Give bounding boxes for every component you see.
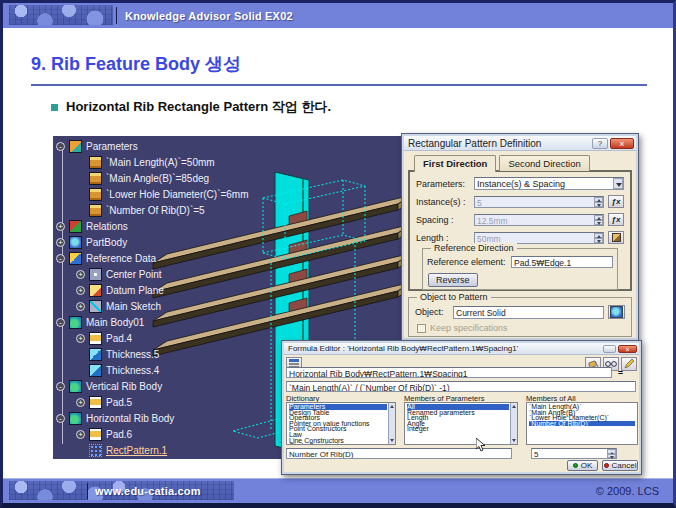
members-of-all-list[interactable]: `Main Length(A)``Main Angle(B)``Lower Ho…	[526, 402, 638, 445]
parameters-dropdown[interactable]: Instance(s) & Spacing	[474, 177, 624, 190]
tree-item-label[interactable]: `Lower Hole Diameter(C)`=6mm	[106, 189, 249, 200]
tree-item[interactable]: +Main Sketch	[53, 298, 283, 314]
dialog-titlebar[interactable]: Formula Editor : 'Horizontal Rib Body₩Re…	[284, 343, 639, 355]
tree-item-label[interactable]: Pad.6	[106, 429, 132, 440]
tree-item[interactable]: -Reference Data	[53, 250, 283, 266]
parameters-value[interactable]: Instance(s) & Spacing	[474, 177, 624, 190]
tree-item[interactable]: -Horizontal Rib Body	[53, 410, 283, 426]
minus-toggle-icon[interactable]: -	[56, 414, 65, 423]
tree-item-label[interactable]: `Main Length(A)`=50mm	[106, 157, 215, 168]
tree-item-label[interactable]: Vertical Rib Body	[86, 381, 162, 392]
tree-item[interactable]: `Main Angle(B)`=85deg	[53, 170, 283, 186]
reference-data-icon	[69, 252, 82, 265]
footer-site-link[interactable]: www.edu-catia.com	[95, 479, 201, 503]
tab-first-direction[interactable]: First Direction	[414, 155, 496, 172]
plus-toggle-icon[interactable]: +	[76, 398, 85, 407]
value-spinner[interactable]	[607, 449, 616, 458]
tree-item[interactable]: +Pad.5	[53, 394, 283, 410]
formula-fx-button[interactable]: ƒx	[608, 213, 624, 226]
length-field[interactable]: 50mm	[474, 232, 604, 244]
cancel-button[interactable]: Cancel	[602, 460, 638, 471]
close-button[interactable]: ×	[610, 138, 634, 149]
tree-item[interactable]: +Datum Plane	[53, 282, 283, 298]
plus-toggle-icon[interactable]: +	[56, 238, 65, 247]
formula-fx-button[interactable]: ƒx	[608, 195, 624, 208]
edit-button[interactable]	[621, 357, 637, 371]
tree-item-label[interactable]: Thickness.4	[106, 365, 159, 376]
list-item[interactable]: Circle Constructors	[289, 443, 387, 445]
tree-item[interactable]: +Center Point	[53, 266, 283, 282]
instances-value[interactable]: 5	[474, 196, 604, 208]
tree-item-label[interactable]: Thickness.5	[106, 349, 159, 360]
members-of-parameters-list[interactable]: AllRenamed parametersLengthAngleInteger	[404, 402, 518, 445]
minus-toggle-icon[interactable]: -	[56, 142, 65, 151]
tree-item[interactable]: +Pad.6	[53, 426, 283, 442]
tree-item[interactable]: Thickness.5	[53, 346, 283, 362]
minus-toggle-icon[interactable]: -	[56, 254, 65, 263]
toggle-spacer	[76, 158, 85, 167]
tree-item-label[interactable]: Horizontal Rib Body	[86, 413, 174, 424]
plus-toggle-icon[interactable]: +	[76, 430, 85, 439]
tree-item[interactable]: +Relations	[53, 218, 283, 234]
tree-item[interactable]: -Vertical Rib Body	[53, 378, 283, 394]
tree-item-label[interactable]: `Main Angle(B)`=85deg	[106, 173, 209, 184]
tab-second-direction[interactable]: Second Direction	[499, 155, 589, 171]
instances-spinner[interactable]	[594, 197, 603, 207]
plus-toggle-icon[interactable]: +	[76, 286, 85, 295]
plus-toggle-icon[interactable]: +	[76, 302, 85, 311]
tree-item-label[interactable]: RectPattern.1	[106, 445, 167, 456]
tree-item[interactable]: `Lower Hole Diameter(C)`=6mm	[53, 186, 283, 202]
help-button[interactable]: ?	[592, 138, 608, 149]
tree-item-label[interactable]: Main Sketch	[106, 301, 161, 312]
tree-item[interactable]: +PartBody	[53, 234, 283, 250]
tree-item[interactable]: +Pad.4	[53, 330, 283, 346]
tree-item-label[interactable]: Reference Data	[86, 253, 156, 264]
tree-item-label[interactable]: Relations	[86, 221, 128, 232]
plus-toggle-icon[interactable]: +	[76, 270, 85, 279]
length-spinner[interactable]	[594, 233, 603, 243]
plus-toggle-icon[interactable]: +	[56, 222, 65, 231]
list-item[interactable]: `Number Of Rib(D)`	[529, 421, 635, 427]
value-field[interactable]: 5	[531, 448, 617, 459]
tree-item[interactable]: -Parameters	[53, 138, 283, 154]
tree-item-label[interactable]: Parameters	[86, 141, 138, 152]
object-picker-button[interactable]	[608, 305, 625, 319]
minus-toggle-icon[interactable]: -	[56, 318, 65, 327]
tree-item-label[interactable]: Datum Plane	[106, 285, 164, 296]
minus-toggle-icon[interactable]: -	[56, 382, 65, 391]
close-button[interactable]: ×	[618, 345, 637, 353]
tree-item[interactable]: `Number Of Rib(D)`=5	[53, 202, 283, 218]
tree-item-label[interactable]: Pad.5	[106, 397, 132, 408]
spacing-field[interactable]: 12.5mm	[474, 214, 604, 226]
tree-item[interactable]: -Main Body01	[53, 314, 283, 330]
dictionary-list[interactable]: ParametersDesign TableOperatorsPointer o…	[286, 402, 396, 445]
scrollbar[interactable]	[388, 403, 395, 444]
tree-item[interactable]: RectPattern.1	[53, 442, 283, 458]
formula-expression-field[interactable]: `Main Length(A)` / (`Number Of Rib(D)` -…	[286, 381, 636, 392]
keep-specifications-checkbox[interactable]	[417, 324, 426, 333]
dialog-titlebar[interactable]: Rectangular Pattern Definition ? ×	[404, 136, 636, 151]
minimize-button[interactable]	[603, 345, 616, 353]
tree-item[interactable]: Thickness.4	[53, 362, 283, 378]
tree-item-label[interactable]: Center Point	[106, 269, 162, 280]
chevron-down-icon[interactable]	[613, 178, 623, 189]
target-parameter-field[interactable]: Horizontal Rib Body₩RectPattern.1₩Spacin…	[286, 367, 612, 378]
spacing-value[interactable]: 12.5mm	[474, 214, 604, 226]
tree-item-label[interactable]: Main Body01	[86, 317, 144, 328]
value-text[interactable]: 5	[531, 448, 617, 459]
tree-item-label[interactable]: PartBody	[86, 237, 127, 248]
tree-item[interactable]: `Main Length(A)`=50mm	[53, 154, 283, 170]
reference-element-value[interactable]: Pad.5₩Edge.1	[511, 256, 613, 268]
tree-item-label[interactable]: `Number Of Rib(D)`=5	[106, 205, 205, 216]
list-item[interactable]: Integer	[407, 426, 509, 432]
instances-field[interactable]: 5	[474, 196, 604, 208]
ok-button[interactable]: OK	[567, 460, 598, 471]
reverse-button[interactable]: Reverse	[428, 273, 478, 287]
measure-button[interactable]	[608, 231, 624, 244]
plus-toggle-icon[interactable]: +	[76, 334, 85, 343]
object-value[interactable]: Current Solid	[453, 306, 604, 319]
spacing-spinner[interactable]	[594, 215, 603, 225]
scrollbar[interactable]	[510, 403, 517, 444]
length-value[interactable]: 50mm	[474, 232, 604, 244]
tree-item-label[interactable]: Pad.4	[106, 333, 132, 344]
